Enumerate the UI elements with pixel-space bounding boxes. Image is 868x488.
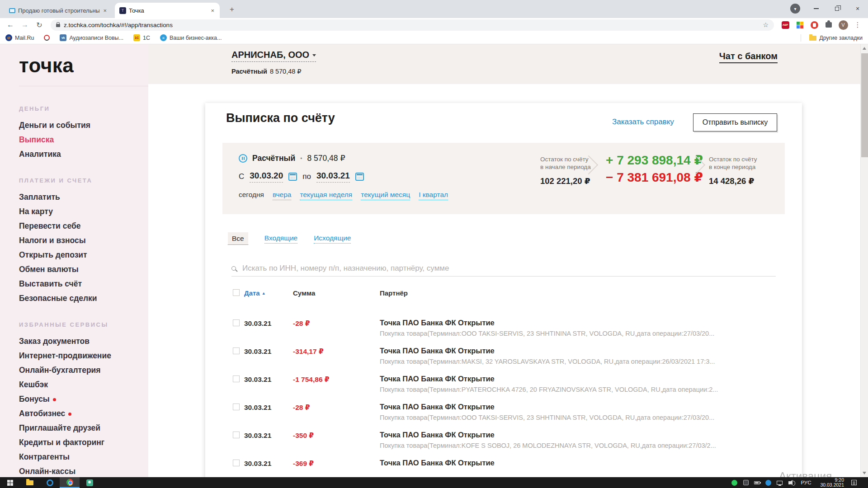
search-input[interactable] xyxy=(242,264,776,273)
date-from-field[interactable]: 30.03.20 xyxy=(250,171,283,183)
tray-app-icon[interactable] xyxy=(742,479,749,486)
order-certificate-link[interactable]: Заказать справку xyxy=(612,117,674,127)
date-to-field[interactable]: 30.03.21 xyxy=(316,171,350,183)
minimize-button[interactable] xyxy=(806,0,826,17)
sidebar-item[interactable]: Обмен валюты xyxy=(19,265,148,273)
tray-volume-icon[interactable] xyxy=(788,479,794,486)
row-checkbox[interactable] xyxy=(233,319,240,326)
tray-messenger-icon[interactable] xyxy=(765,479,772,486)
sidebar-item[interactable]: Безопасные сделки xyxy=(19,294,148,302)
sidebar-item[interactable]: Онлайн-кассы xyxy=(19,467,148,475)
other-bookmarks-button[interactable]: Другие закладки xyxy=(809,35,863,41)
bookmark-item[interactable] xyxy=(44,35,50,41)
blocker-extension-icon[interactable] xyxy=(808,19,820,31)
period-shortcut[interactable]: текущая неделя xyxy=(300,191,352,200)
extensions-puzzle-icon[interactable] xyxy=(823,19,835,31)
tray-battery-icon[interactable] xyxy=(754,479,760,486)
sidebar-item[interactable]: Заплатить xyxy=(19,193,148,201)
scrollbar-thumb[interactable] xyxy=(861,53,868,157)
table-row[interactable]: 30.03.21-1 754,86 ₽Точка ПАО Банка ФК От… xyxy=(205,372,802,400)
bookmark-item[interactable]: Mail.Ru xyxy=(5,34,34,41)
chat-with-bank-link[interactable]: Чат с банком xyxy=(719,51,778,63)
sidebar-item[interactable]: На карту xyxy=(19,207,148,216)
period-shortcut[interactable]: I квартал xyxy=(419,191,448,200)
bookmark-star-icon[interactable]: ☆ xyxy=(763,21,769,28)
company-selector[interactable]: АРНИСНАБ, ООО xyxy=(231,50,316,62)
sidebar-item[interactable]: Аналитика xyxy=(19,150,148,158)
taskbar-chrome-button[interactable] xyxy=(60,477,80,488)
scroll-down-icon[interactable] xyxy=(863,472,866,474)
calendar-icon[interactable] xyxy=(288,173,297,181)
sidebar-item[interactable]: Заказ документов xyxy=(19,337,148,345)
bookmark-item[interactable]: 1С xyxy=(133,34,150,41)
search-icon xyxy=(231,266,236,271)
bookmark-item[interactable]: Ваши бизнес-акка... xyxy=(160,34,222,41)
sidebar-item[interactable]: Онлайн-бухгалтерия xyxy=(19,366,148,374)
address-bar[interactable]: z.tochka.com/tochka/#!/app/transactions … xyxy=(51,19,774,31)
sidebar-item[interactable]: Выставить счёт xyxy=(19,280,148,288)
profile-avatar[interactable]: V xyxy=(837,19,849,31)
table-row[interactable]: 30.03.21-28 ₽Точка ПАО Банка ФК Открытие… xyxy=(205,316,802,344)
column-header-date[interactable]: Дата▲ xyxy=(244,289,266,297)
taskbar-explorer-button[interactable] xyxy=(20,477,40,488)
row-checkbox[interactable] xyxy=(233,460,240,466)
browser-menu-icon[interactable]: ⋮ xyxy=(852,19,863,31)
tray-antivirus-icon[interactable] xyxy=(731,479,738,486)
sidebar-section-title: ИЗБРАННЫЕ СЕРВИСЫ xyxy=(19,321,148,328)
taskbar-clock[interactable]: 9:20 30.03.2021 xyxy=(820,478,844,488)
filter-tab[interactable]: Входящие xyxy=(264,234,298,244)
close-button[interactable]: × xyxy=(847,0,868,17)
sidebar-item[interactable]: Интернет-продвижение xyxy=(19,352,148,360)
tab-close-icon[interactable]: × xyxy=(102,7,108,14)
new-tab-button[interactable]: + xyxy=(226,4,238,15)
language-indicator[interactable]: РУС xyxy=(801,480,811,485)
table-row[interactable]: 30.03.21-28 ₽Точка ПАО Банка ФК Открытие… xyxy=(205,400,802,428)
sidebar-item[interactable]: Бонусы xyxy=(19,395,148,403)
sidebar-item[interactable]: Кредиты и факторинг xyxy=(19,438,148,446)
row-checkbox[interactable] xyxy=(233,404,240,410)
taskbar-start-button[interactable] xyxy=(0,477,20,488)
table-row[interactable]: 30.03.21-369 ₽Точка ПАО Банка ФК Открыти… xyxy=(205,456,802,477)
row-checkbox[interactable] xyxy=(233,432,240,438)
select-all-checkbox[interactable] xyxy=(233,289,240,296)
sidebar-item[interactable]: Выписка xyxy=(19,136,148,144)
page-scrollbar[interactable] xyxy=(860,44,868,477)
table-row[interactable]: 30.03.21-350 ₽Точка ПАО Банка ФК Открыти… xyxy=(205,428,802,456)
direction-filters: ВсеВходящиеИсходящие xyxy=(228,232,351,245)
filter-tab[interactable]: Исходящие xyxy=(314,234,351,244)
forward-icon[interactable]: → xyxy=(19,21,31,29)
table-row[interactable]: 30.03.21-314,17 ₽Точка ПАО Банка ФК Откр… xyxy=(205,344,802,372)
calendar-icon[interactable] xyxy=(355,173,364,181)
sidebar-item[interactable]: Перевести себе xyxy=(19,222,148,230)
scroll-up-icon[interactable] xyxy=(863,47,866,50)
browser-tab-active[interactable]: Точка × xyxy=(115,3,220,18)
sidebar-item[interactable]: Налоги и взносы xyxy=(19,236,148,244)
bookmark-item[interactable]: Аудиозаписи Вовы... xyxy=(60,34,123,41)
tray-display-icon[interactable] xyxy=(776,479,783,486)
action-center-icon[interactable] xyxy=(851,480,857,485)
sidebar-item[interactable]: Деньги и события xyxy=(19,121,148,129)
filter-tab[interactable]: Все xyxy=(228,232,248,245)
back-icon[interactable]: ← xyxy=(5,21,16,29)
sidebar-item[interactable]: Контрагенты xyxy=(19,453,148,461)
taskbar-edge-button[interactable] xyxy=(40,477,60,488)
period-shortcut[interactable]: вчера xyxy=(273,191,291,200)
row-checkbox[interactable] xyxy=(233,375,240,382)
restore-button[interactable] xyxy=(826,0,847,17)
reload-icon[interactable]: ↻ xyxy=(33,21,45,29)
send-statement-button[interactable]: Отправить выписку xyxy=(693,113,777,131)
taskbar-contacts-button[interactable] xyxy=(80,477,99,488)
apps-grid-extension-icon[interactable] xyxy=(794,19,806,31)
tab-search-button[interactable]: ▾ xyxy=(785,0,806,17)
browser-tab-inactive[interactable]: Продаю готовый строительный × xyxy=(5,3,112,18)
sidebar-item[interactable]: Автобизнес xyxy=(19,409,148,418)
row-checkbox[interactable] xyxy=(233,347,240,354)
sidebar-item[interactable]: Кешбэк xyxy=(19,380,148,389)
url-text[interactable]: z.tochka.com/tochka/#!/app/transactions xyxy=(64,22,759,28)
sidebar-item[interactable]: Открыть депозит xyxy=(19,251,148,259)
adblock-extension-icon[interactable]: ABP xyxy=(779,19,791,31)
period-shortcut[interactable]: сегодня xyxy=(239,191,264,200)
period-shortcut[interactable]: текущий месяц xyxy=(361,191,410,200)
tab-close-icon[interactable]: × xyxy=(210,7,215,14)
sidebar-item[interactable]: Приглашайте друзей xyxy=(19,424,148,432)
